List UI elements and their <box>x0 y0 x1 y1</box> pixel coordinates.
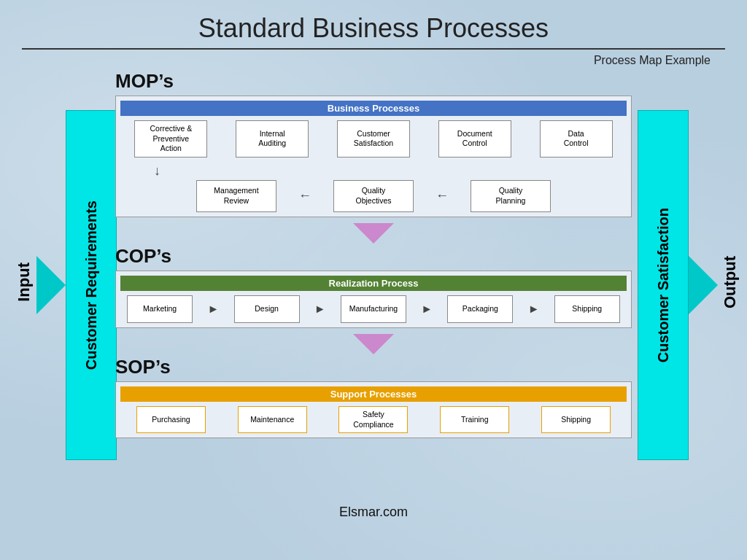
right-arrow <box>689 256 718 314</box>
sp-cell-shipping-sop: Shipping <box>541 406 611 433</box>
output-label: Output <box>721 256 740 308</box>
business-processes-header: Business Processes <box>120 101 627 116</box>
bp-cell-doc-control: DocumentControl <box>438 120 511 158</box>
bp-cell-customer-sat: CustomerSatisfaction <box>337 120 410 158</box>
sops-label: SOP’s <box>115 356 632 378</box>
rp-arrow-2: ► <box>314 303 326 316</box>
footer: Elsmar.com <box>0 505 747 520</box>
arrow-left-planning: ← <box>436 180 449 212</box>
customer-requirements-label: Customer Requirements <box>82 201 101 370</box>
bp-cell-data-control: DataControl <box>540 120 613 158</box>
realization-process-header: Realization Process <box>120 276 627 291</box>
bp-cell-auditing: InternalAuditing <box>236 120 309 158</box>
down-arrow-corrective: ↓ <box>154 163 160 179</box>
rp-row: Marketing ► Design ► Manufacturing ► Pac… <box>120 295 627 323</box>
left-side: Input Customer Requirements <box>15 70 109 500</box>
rp-cell-design: Design <box>234 295 300 323</box>
sp-row: Purchasing Maintenance SafetyCompliance … <box>120 406 627 433</box>
business-processes-box: Business Processes Corrective &Preventiv… <box>115 96 632 217</box>
rp-cell-packaging: Packaging <box>447 295 513 323</box>
rp-cell-manufacturing: Manufacturing <box>341 295 406 323</box>
rp-arrow-1: ► <box>207 303 219 316</box>
purple-arrow-down-2 <box>353 334 394 354</box>
sp-cell-training: Training <box>440 406 509 433</box>
bp-cell-mgmt-review: ManagementReview <box>196 180 276 212</box>
cops-label: COP’s <box>115 245 632 268</box>
process-map-label: Process Map Example <box>0 54 711 67</box>
connector-mops-cops <box>115 223 632 244</box>
bp-top-row: Corrective &PreventiveAction InternalAud… <box>120 120 627 158</box>
connector-cops-sops <box>115 334 632 354</box>
bp-cell-corrective: Corrective &PreventiveAction <box>134 120 207 158</box>
title-divider <box>22 48 725 50</box>
right-side: Customer Satisfaction Output <box>638 70 732 500</box>
input-label: Input <box>15 262 34 302</box>
realization-process-box: Realization Process Marketing ► Design ►… <box>115 271 632 328</box>
mops-label: MOP’s <box>115 70 632 93</box>
purple-arrow-down-1 <box>353 223 394 244</box>
sp-cell-purchasing: Purchasing <box>136 406 206 433</box>
customer-satisfaction-box: Customer Satisfaction <box>638 110 689 460</box>
customer-satisfaction-label: Customer Satisfaction <box>654 208 673 362</box>
center-content: MOP’s Business Processes Corrective &Pre… <box>109 70 638 500</box>
rp-arrow-4: ► <box>528 303 540 316</box>
page-title: Standard Business Processes <box>0 0 747 48</box>
rp-arrow-3: ► <box>421 303 433 316</box>
sp-cell-maintenance: Maintenance <box>238 406 307 433</box>
main-layout: Input Customer Requirements MOP’s Busine… <box>0 70 747 500</box>
rp-cell-shipping-cop: Shipping <box>554 295 620 323</box>
left-arrow <box>36 256 66 314</box>
bp-cell-quality-obj: QualityObjectives <box>333 180 414 212</box>
support-processes-header: Support Processes <box>120 386 627 402</box>
bp-cell-quality-planning: QualityPlanning <box>471 180 551 212</box>
bp-bottom-row: ManagementReview ← QualityObjectives ← Q… <box>120 180 627 212</box>
arrow-left-objectives: ← <box>298 180 311 212</box>
rp-cell-marketing: Marketing <box>127 295 193 323</box>
support-processes-box: Support Processes Purchasing Maintenance… <box>115 381 632 438</box>
sp-cell-safety: SafetyCompliance <box>338 406 408 433</box>
